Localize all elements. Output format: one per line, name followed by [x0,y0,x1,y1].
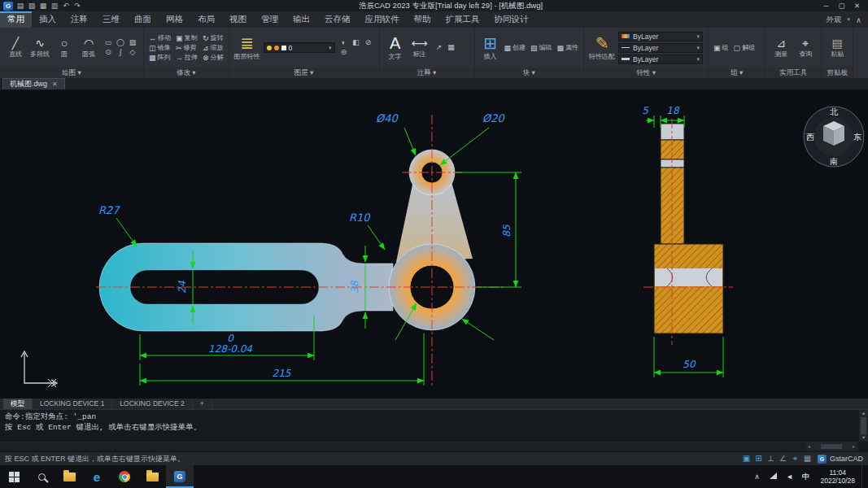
ortho-icon[interactable]: ⟂ [765,454,777,464]
tool-copy[interactable]: ▣复制 [176,33,198,42]
tool-polyline[interactable]: ∿多段线 [29,37,50,59]
panel-footer-block[interactable]: 块 ▾ [475,68,584,78]
grid-icon[interactable]: ⊞ [752,454,765,464]
polar-icon[interactable]: ∠ [777,454,789,464]
panel-footer-annotate[interactable]: 注释 ▾ [380,68,474,78]
view-cube[interactable]: 北 南 西 东 [804,107,864,167]
tool-rotate[interactable]: ↻旋转 [203,33,224,42]
tool-move[interactable]: ↔移动 [149,33,171,42]
ribbon-tab-13[interactable]: 帮助 [407,11,438,28]
close-button[interactable]: ✕ [849,0,865,11]
tool-scale[interactable]: ⊿缩放 [203,43,224,52]
redo-icon[interactable]: ↷ [72,0,83,11]
osnap-icon[interactable]: ⌖ [789,454,801,464]
ribbon-tab-8[interactable]: 视图 [222,11,254,28]
maximize-button[interactable]: ▢ [834,0,849,11]
tool-line[interactable]: ╱直线 [5,37,26,59]
network-icon[interactable] [765,473,781,481]
ribbon-tab-11[interactable]: 云存储 [317,11,358,28]
tool-layer-match[interactable]: ⊜ [338,48,350,57]
tool-text[interactable]: A文字 [385,34,406,61]
layer-dropdown[interactable]: 0▾ [264,42,335,53]
tool-inquiry[interactable]: ⌖查询 [795,37,816,59]
drawing-canvas[interactable]: 24 38 85 0 128-0.04 215 [0,90,868,399]
tool-polygon[interactable]: ◇ [127,48,138,57]
tool-block-attributes[interactable]: ▩属性 [557,43,579,52]
tool-leader[interactable]: ↗ [434,43,445,52]
scrollbar-thumb-h[interactable] [821,444,842,449]
panel-footer-draw[interactable]: 绘图 ▾ [0,68,143,78]
plot-icon[interactable]: ▥ [49,0,60,11]
compass-east[interactable]: 东 [853,133,861,142]
panel-footer-groups[interactable]: 组 ▾ [709,68,765,78]
tool-stretch[interactable]: →拉伸 [176,53,198,62]
new-layout-tab[interactable]: + [193,399,212,409]
command-vertical-scrollbar[interactable]: ▲ ▼ [859,410,868,442]
appearance-menu[interactable]: 外观 [827,15,842,25]
command-history[interactable]: 命令:指定对角点: '_pan 按 Esc 或 Enter 键退出, 或单击右键… [0,410,868,434]
layout-tab-model[interactable]: 模型 [3,399,33,409]
tool-mirror[interactable]: ◫镜像 [149,43,171,52]
ribbon-tab-14[interactable]: 扩展工具 [438,11,487,28]
ribbon-tab-4[interactable]: 三维 [95,11,127,28]
drawing-area[interactable]: 24 38 85 0 128-0.04 215 [0,90,868,399]
taskbar-file-explorer[interactable] [55,465,83,488]
tool-ellipse[interactable]: ◯ [115,38,126,47]
tool-measure[interactable]: ⊿测量 [770,37,792,59]
panel-footer-layers[interactable]: 图层 ▾ [229,68,379,78]
ribbon-tab-2[interactable]: 插入 [32,11,63,28]
taskbar-clock[interactable]: 11:04 2022/10/28 [813,468,861,485]
property-select-linetype[interactable]: ByLayer▾ [618,43,703,53]
compass-south[interactable]: 南 [830,157,838,166]
tray-expand-icon[interactable]: ∧ [748,473,765,481]
app-logo[interactable]: G [3,2,13,11]
tool-create-block[interactable]: ▦创建 [504,43,526,52]
start-button[interactable] [0,465,28,488]
new-icon[interactable]: ▤ [15,0,26,11]
scroll-down-icon[interactable]: ▼ [862,435,866,441]
tool-group[interactable]: ▣组 [713,43,729,52]
taskbar-chrome[interactable] [111,465,138,488]
tool-dimension[interactable]: ⟷标注 [409,37,430,59]
tool-hatch[interactable]: ▨ [127,38,138,47]
tool-trim[interactable]: ✂修剪 [176,43,198,52]
ribbon-tab-5[interactable]: 曲面 [127,11,159,28]
property-select-color[interactable]: ByLayer▾ [618,32,703,41]
scroll-left-icon[interactable]: ◂ [808,443,811,450]
scroll-right-icon[interactable]: ▸ [852,443,855,450]
ribbon-tab-7[interactable]: 布局 [190,11,222,28]
tool-match-properties[interactable]: ✎特性匹配 [589,34,615,61]
tool-ungroup[interactable]: ▢解组 [734,43,756,52]
minimize-button[interactable]: ─ [818,0,834,11]
tool-layer-properties[interactable]: ≣图层特性 [234,34,260,61]
panel-footer-properties[interactable]: 特性 ▾ [584,68,708,78]
undo-icon[interactable]: ↶ [60,0,72,11]
ribbon-collapse-icon[interactable]: ∧ [856,15,861,24]
close-icon[interactable]: ✕ [52,81,58,88]
tool-insert[interactable]: ⊞插入 [480,34,501,61]
ribbon-tab-10[interactable]: 输出 [286,11,317,28]
ribbon-tab-6[interactable]: 网格 [159,11,190,28]
tool-table[interactable]: ▦ [446,43,457,52]
tool-explode[interactable]: ⊗分解 [203,53,224,62]
document-tab[interactable]: 机械图.dwg ✕ [2,78,65,89]
tool-paste[interactable]: ▤粘贴 [827,37,848,59]
tool-layer-state[interactable]: ◐ [338,38,350,47]
model-space-icon[interactable]: ▣ [740,454,752,464]
ribbon-tab-12[interactable]: 应用软件 [358,11,407,28]
open-icon[interactable]: ▨ [26,0,37,11]
search-button[interactable] [28,465,55,488]
tool-spline[interactable]: ∫ [115,48,126,57]
taskbar-folder[interactable] [138,465,166,488]
command-horizontal-scrollbar[interactable]: ◂ ▸ [806,442,857,451]
save-icon[interactable]: ▦ [37,0,49,11]
input-language-indicator[interactable]: 中 [797,472,813,482]
tool-edit-block[interactable]: ▧编辑 [530,43,552,52]
tool-circle[interactable]: ○圆 [54,37,75,59]
ribbon-tab-1[interactable]: 常用 [0,11,32,28]
ribbon-tab-9[interactable]: 管理 [254,11,286,28]
command-line-window[interactable]: 命令:指定对角点: '_pan 按 Esc 或 Enter 键退出, 或单击右键… [0,409,868,451]
tool-point[interactable]: ⊙ [103,48,114,57]
ribbon-tab-3[interactable]: 注释 [63,11,95,28]
compass-west[interactable]: 西 [806,133,814,142]
